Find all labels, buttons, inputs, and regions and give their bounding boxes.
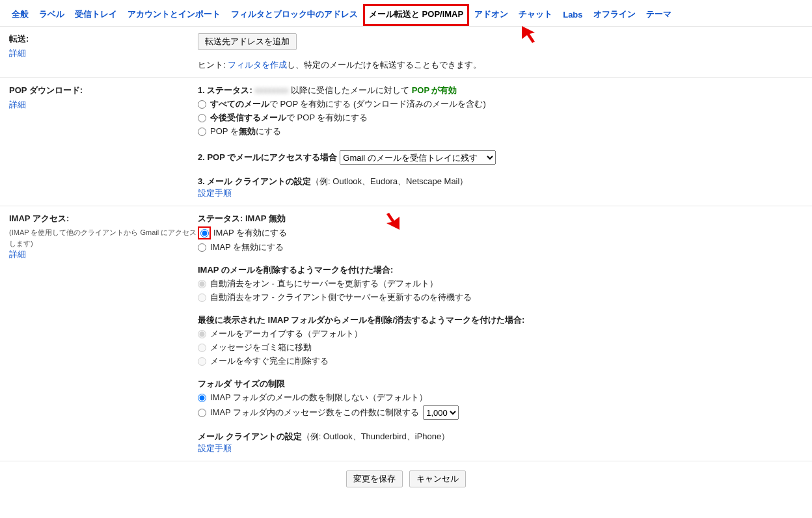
tab-addons[interactable]: アドオン [469,5,513,25]
pop-status-mid: 以降に受信したメールに対して [288,85,411,95]
imap-expunge-off-radio[interactable] [198,293,206,302]
tab-general[interactable]: 全般 [7,5,34,25]
pop-opt-all-rest: で POP を有効にする (ダウンロード済みのメールを含む) [269,99,486,109]
imap-config-steps-link[interactable]: 設定手順 [198,443,232,453]
svg-marker-1 [386,213,399,230]
hint-prefix: ヒント: [198,60,228,70]
pop-step3-label: 3. メール クライアントの設定 [198,176,311,186]
forwarding-detail-link[interactable]: 詳細 [9,48,26,58]
imap-last-archive-radio[interactable] [198,330,206,338]
imap-last-title: 最後に表示された IMAP フォルダからメールを削除/消去するようマークを付けた… [198,314,803,326]
pop-radio-disable[interactable] [198,128,206,136]
imap-subtitle: (IMAP を使用して他のクライアントから Gmail にアクセスします) [9,227,198,249]
imap-last-delete-label: メールを今すぐ完全に削除する [210,355,329,367]
add-forward-address-button[interactable]: 転送先アドレスを追加 [198,33,297,50]
imap-expunge-on-label: 自動消去をオン - 直ちにサーバーを更新する（デフォルト） [210,278,438,290]
create-filter-link[interactable]: フィルタを作成 [228,60,287,70]
imap-folder-limit-label: IMAP フォルダ内のメッセージ数をこの件数に制限する [210,407,419,418]
tab-inbox[interactable]: 受信トレイ [70,5,122,25]
imap-last-delete-radio[interactable] [198,357,206,366]
forwarding-title: 転送: [9,33,198,45]
section-forwarding: 転送: 詳細 転送先アドレスを追加 ヒント: フィルタを作成し、特定のメールだけ… [0,27,812,78]
imap-last-trash-label: メッセージをゴミ箱に移動 [210,342,312,353]
pop-radio-now[interactable] [198,114,206,122]
imap-expunge-title: IMAP のメールを削除するようマークを付けた場合: [198,264,803,276]
pop-opt-disable-b: にする [256,126,281,136]
imap-title: IMAP アクセス: [9,213,198,225]
tab-labels[interactable]: ラベル [34,5,70,25]
pop-step2-label: 2. POP でメールにアクセスする場合 [198,152,337,163]
tab-labs[interactable]: Labs [558,6,588,25]
section-imap: IMAP アクセス: (IMAP を使用して他のクライアントから Gmail に… [0,206,812,461]
imap-client-title: メール クライアントの設定 [198,431,302,441]
tab-themes[interactable]: テーマ [641,5,677,25]
pop-title: POP ダウンロード: [9,85,198,96]
imap-folder-limit-radio[interactable] [198,409,206,417]
pop-opt-disable-a: POP を [210,126,239,136]
pop-opt-now-bold: 今後受信するメール [210,113,286,122]
pop-status-enabled: POP が有効 [412,85,457,95]
settings-tabs: 全般 ラベル 受信トレイ アカウントとインポート フィルタとブロック中のアドレス… [0,0,812,27]
tab-filters[interactable]: フィルタとブロック中のアドレス [226,5,363,25]
imap-folder-limit-select[interactable]: 1,000 [423,405,459,420]
pop-opt-now-rest: で POP を有効にする [286,113,368,122]
imap-folder-unlimited-label: IMAP フォルダのメールの数を制限しない（デフォルト） [210,392,427,403]
imap-radio-enable[interactable] [200,229,209,238]
pop-access-select[interactable]: Gmail のメールを受信トレイに残す [340,150,496,165]
tab-offline[interactable]: オフライン [588,5,641,25]
hint-suffix: し、特定のメールだけを転送することもできます。 [287,60,481,70]
pop-status-prefix: 1. ステータス: [198,85,254,95]
imap-last-trash-radio[interactable] [198,344,206,352]
imap-last-archive-label: メールをアーカイブする（デフォルト） [210,328,362,340]
tab-forwarding-pop-imap[interactable]: メール転送と POP/IMAP [363,4,469,26]
annotation-arrow-icon [383,213,402,232]
imap-opt-disable-label: IMAP を無効にする [210,241,284,253]
imap-status: ステータス: IMAP 無効 [198,213,803,225]
pop-config-steps-link[interactable]: 設定手順 [198,188,232,198]
imap-folder-title: フォルダ サイズの制限 [198,378,803,390]
imap-opt-enable-label: IMAP を有効にする [213,227,287,239]
imap-radio-disable[interactable] [198,243,206,252]
imap-folder-unlimited-radio[interactable] [198,394,206,402]
section-pop: POP ダウンロード: 詳細 1. ステータス: xxxxxxxx 以降に受信し… [0,78,812,206]
imap-radio-enable-highlight [198,226,211,239]
pop-step3-example: （例: Outlook、Eudora、Netscape Mail） [311,176,468,186]
imap-expunge-off-label: 自動消去をオフ - クライアント側でサーバーを更新するのを待機する [210,292,472,303]
pop-opt-disable-bold: 無効 [239,126,256,136]
pop-opt-all-bold: すべてのメール [210,99,269,109]
tab-chat[interactable]: チャット [513,5,558,25]
save-button[interactable]: 変更を保存 [346,470,403,487]
pop-status-redacted: xxxxxxxx [254,85,288,95]
tab-accounts[interactable]: アカウントとインポート [122,5,226,25]
imap-client-example: （例: Outlook、Thunderbird、iPhone） [302,431,450,441]
imap-detail-link[interactable]: 詳細 [9,249,26,259]
cancel-button[interactable]: キャンセル [409,470,466,487]
pop-radio-all[interactable] [198,100,206,109]
footer-buttons: 変更を保存 キャンセル [0,461,812,497]
imap-expunge-on-radio[interactable] [198,280,206,288]
pop-detail-link[interactable]: 詳細 [9,100,26,109]
